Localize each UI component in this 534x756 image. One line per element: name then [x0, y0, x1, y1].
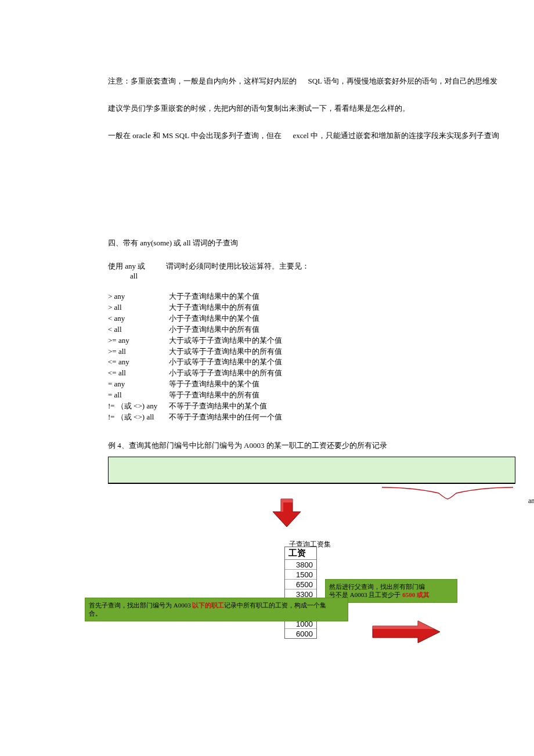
- table-cell: 3800: [285, 560, 316, 570]
- curly-brace-icon: [381, 486, 514, 500]
- arrow-down-icon: [270, 497, 303, 529]
- op: = all: [108, 390, 169, 401]
- op-desc: 大于或等于子查询结果中的某个值: [169, 335, 282, 346]
- section-heading: 四、带有 any(some) 或 all 谓词的子查询: [108, 238, 534, 248]
- table-cell: 6000: [285, 629, 316, 638]
- highlight-text: 6500 或其: [402, 591, 430, 598]
- op-desc: 大于子查询结果中的某个值: [169, 291, 259, 302]
- text: excel 中，只能通过嵌套和增加新的连接字段来实现多列子查询: [293, 131, 499, 140]
- op-desc: 小于子查询结果中的某个值: [169, 313, 259, 324]
- op: != （或 <>) all: [108, 412, 169, 423]
- op-desc: 等于子查询结果中的某个值: [169, 379, 259, 390]
- text: 注意：多重嵌套查询，一般是自内向外，这样写好内层的: [108, 77, 297, 85]
- sql-box: [108, 457, 515, 484]
- diagram-area: 子查询工资集 工资 3800 1500 6500 3300 3000 5500 …: [108, 486, 534, 701]
- callout-sub-query: 首先子查询，找出部门编号为 A0003 以下的职工记录中所有职工的工资，构成一个…: [85, 598, 348, 622]
- op-desc: 不等于子查询结果中的任何一个值: [169, 412, 282, 423]
- op: < all: [108, 324, 169, 335]
- text: 建议学员们学多重嵌套的时候，先把内部的语句复制出来测试一下，看看结果是怎么样的。: [108, 104, 410, 113]
- table-cell: 6500: [285, 580, 316, 589]
- text: 一般在 oracle 和 MS SQL 中会出现多列子查询，但在: [108, 131, 282, 140]
- op-desc: 大于子查询结果中的所有值: [169, 302, 259, 313]
- text: SQL 语句，再慢慢地嵌套好外层的语句，对自己的思维发: [308, 77, 497, 85]
- usage-left-2: all: [108, 272, 166, 281]
- op: >= any: [108, 335, 169, 346]
- text: 首先子查询，找出部门编号为 A0003: [89, 602, 192, 609]
- operator-table: > any大于子查询结果中的某个值 > all大于子查询结果中的所有值 < an…: [108, 291, 534, 422]
- usage-row: 使用 any 或 all 谓词时必须同时使用比较运算符。主要见：: [108, 261, 534, 281]
- usage-left-1: 使用 any 或: [108, 261, 166, 272]
- table-header: 工资: [285, 547, 316, 560]
- table-cell: 1500: [285, 570, 316, 580]
- salary-table: 工资 3800 1500 6500 3300 3000 5500 1000 60…: [284, 547, 317, 639]
- op-desc: 小于或等于子查询结果中的某个值: [169, 357, 282, 368]
- arrow-right-icon: [371, 620, 441, 644]
- op-desc: 等于子查询结果中的所有值: [169, 390, 259, 401]
- op: >= all: [108, 346, 169, 357]
- op: > any: [108, 291, 169, 302]
- paragraph-general: 一般在 oracle 和 MS SQL 中会出现多列子查询，但在 excel 中…: [108, 130, 534, 142]
- example-title: 例 4、查询其他部门编号中比部门编号为 A0003 的某一职工的工资还要少的所有…: [108, 440, 534, 451]
- svg-marker-0: [273, 499, 301, 527]
- op: < any: [108, 313, 169, 324]
- op: > all: [108, 302, 169, 313]
- op: != （或 <>) any: [108, 401, 169, 412]
- text: 然后进行父查询，找出所有部门编: [329, 583, 453, 591]
- op-desc: 不等于子查询结果中的某个值: [169, 401, 267, 412]
- and-label: and: [528, 497, 534, 505]
- op-desc: 小于子查询结果中的所有值: [169, 324, 259, 335]
- op: = any: [108, 379, 169, 390]
- svg-marker-3: [373, 621, 434, 629]
- usage-right: 谓词时必须同时使用比较运算符。主要见：: [166, 261, 309, 281]
- text: 合。: [89, 609, 344, 618]
- op-desc: 小于或等于子查询结果中的所有值: [169, 368, 282, 379]
- paragraph-note: 注意：多重嵌套查询，一般是自内向外，这样写好内层的 SQL 语句，再慢慢地嵌套好…: [108, 75, 534, 88]
- op: <= all: [108, 368, 169, 379]
- text: 记录中所有职工的工资，构成一个集: [224, 602, 326, 609]
- svg-marker-2: [373, 621, 440, 643]
- op: <= any: [108, 357, 169, 368]
- highlight-text: 以下的职工: [192, 602, 224, 609]
- op-desc: 大于或等于子查询结果中的所有值: [169, 346, 282, 357]
- paragraph-suggestion: 建议学员们学多重嵌套的时候，先把内部的语句复制出来测试一下，看看结果是怎么样的。: [108, 103, 534, 115]
